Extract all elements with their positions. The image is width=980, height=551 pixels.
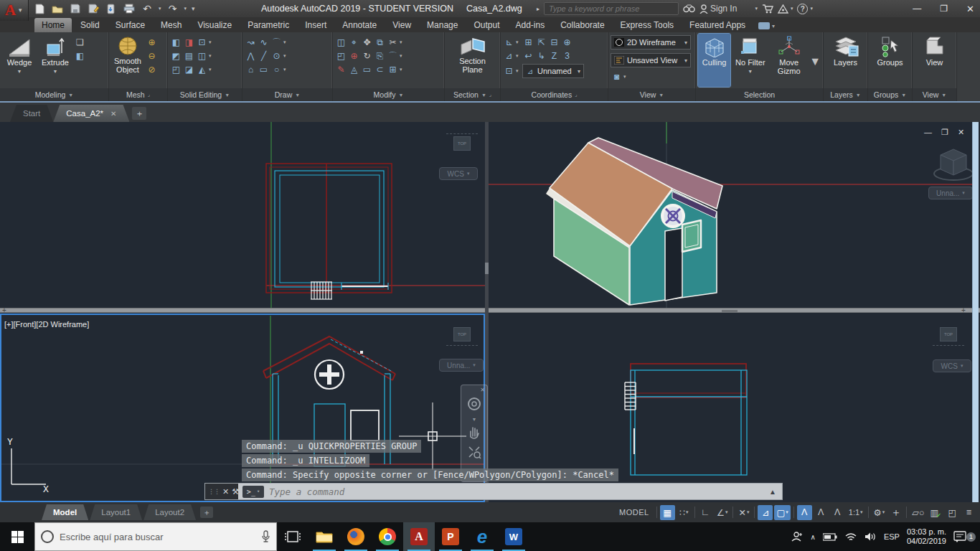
smooth-more-icon[interactable]: ⊕ [146,37,158,48]
offset-icon[interactable]: ⎘ [374,50,386,62]
microphone-icon[interactable] [261,530,270,543]
taskbar-clock[interactable]: 03:03 p. m. 04/02/2019 [907,527,946,546]
wifi-icon[interactable] [844,532,857,542]
culling-button[interactable]: Culling [698,34,730,87]
save-as-button[interactable] [87,3,100,14]
command-input-field[interactable]: >_▾ ▲ [238,484,782,499]
viewcube-3d[interactable] [933,143,974,187]
join-icon[interactable]: ⊂ [374,64,386,75]
doc-minimize-icon[interactable]: — [924,128,932,137]
move-gizmo-caret-icon[interactable]: ▼ [809,55,821,68]
move-gizmo-button[interactable]: Move Gizmo [770,34,808,87]
annotation-visibility-toggle[interactable]: Λ [797,505,812,520]
help-button[interactable]: ?▾ [797,4,813,14]
people-icon[interactable] [791,531,804,542]
task-view-button[interactable] [277,522,308,551]
redo-caret-icon[interactable]: ▾ [184,6,187,11]
viewcube-top-left[interactable]: TOP [453,136,471,151]
arc-icon[interactable]: ⌒ [270,37,283,48]
shell-icon[interactable]: ◪ [183,64,195,75]
smooth-less-icon[interactable]: ⊖ [146,50,158,62]
windows-search-input[interactable] [60,532,255,542]
copy-icon[interactable]: ⧉ [374,37,386,48]
tab-view[interactable]: View [385,18,418,32]
tab-mesh[interactable]: Mesh [154,18,189,32]
rectangle-icon[interactable]: ▭ [258,64,270,75]
tab-featured-apps[interactable]: Featured Apps [682,18,753,32]
tab-surface[interactable]: Surface [108,18,152,32]
new-file-button[interactable] [33,3,46,14]
isodraft-toggle[interactable]: ✕▾ [736,505,751,520]
viewport-top-plan[interactable] [266,122,485,308]
orbit-icon[interactable] [466,396,482,415]
command-expand-icon[interactable]: ▲ [769,488,778,496]
union-icon[interactable]: ◧ [170,37,182,48]
taskbar-chrome[interactable] [372,522,403,551]
drawing-area[interactable]: Y X + + [+][Front][2D Wi [0,122,980,502]
save-to-mobile-button[interactable] [105,3,118,14]
undo-button[interactable]: ↶ [141,3,154,14]
named-view-dropdown[interactable]: Unsaved View▾ [611,53,691,67]
splitter-plus-right[interactable]: + [961,306,966,314]
command-bar-grip[interactable]: ⋮⋮ ✕ ⚒ [205,484,238,499]
ucs-origin-icon[interactable]: ⊿ [503,50,515,62]
no-filter-button[interactable]: No Filter▼ [732,34,768,87]
extrude-button[interactable]: Extrude▼ [38,34,72,87]
ucs-named-icon[interactable]: ⊟ [548,37,560,48]
panel-label-draw[interactable]: Draw▼ [242,88,332,101]
trim-icon[interactable]: ✂ [387,37,399,48]
app-store-cart-icon[interactable] [762,4,773,14]
circle-icon[interactable]: ⊙ [270,50,283,62]
layout-tab-layout2[interactable]: Layout2 [143,504,196,520]
ucs-face-icon[interactable]: ↳ [535,50,547,62]
view-name-dropdown-3d[interactable]: Unna...▾ [928,187,973,199]
language-indicator[interactable]: ESP [884,532,900,541]
workspace-switching-button[interactable]: ⚙▾ [872,505,887,520]
keyword-search-input[interactable] [544,2,679,15]
panel-label-section[interactable]: Section▼⌟ [445,88,500,101]
ucs-name-dropdown[interactable]: ⊿Unnamed▾ [522,64,584,78]
pan-hand-icon[interactable] [467,425,481,442]
smooth-object-button[interactable]: Smooth Object [111,34,144,87]
move-icon[interactable]: ✥ [361,37,373,48]
panel-label-selection[interactable]: Selection [696,88,823,101]
ucs-z-icon[interactable]: Z [548,50,560,62]
panel-label-solid-editing[interactable]: Solid Editing▼ [168,88,242,101]
panel-label-view-tool[interactable]: View▼ [913,88,956,101]
draw-caret3[interactable]: ▾ [283,67,289,72]
annotation-scale-icon[interactable]: Λ [830,505,845,520]
solidedit-caret3[interactable]: ▾ [209,67,215,72]
search-binoculars-icon[interactable] [683,4,695,13]
command-prompt-icon[interactable]: >_▾ [242,486,264,498]
section-plane-button[interactable]: Section Plane [451,34,494,87]
view-tool-button[interactable]: View [915,34,954,87]
modify-caret3[interactable]: ▾ [400,67,405,72]
tab-visualize[interactable]: Visualize [190,18,239,32]
command-input[interactable] [269,486,764,497]
new-layout-button[interactable]: ＋ [200,507,213,518]
ucs-prev-icon[interactable]: ⇱ [535,37,547,48]
qat-customize-caret[interactable]: ▾ [192,5,195,12]
windows-search-box[interactable] [34,522,277,551]
command-close-icon[interactable]: ✕ [222,487,229,496]
file-tab-close-icon[interactable]: ✕ [110,110,116,118]
modify-caret2[interactable]: ▾ [400,53,405,59]
intersect-icon[interactable]: ⊡ [196,37,208,48]
tab-home[interactable]: Home [34,18,72,32]
panel-label-view[interactable]: View▼ [608,88,695,101]
signin-caret-icon[interactable]: ▾ [755,6,758,11]
grid-display-toggle[interactable]: ▦ [660,505,675,520]
sign-in-button[interactable]: Sign In▾ [699,4,758,14]
viewport-controls-label[interactable]: [+][Front][2D Wireframe] [4,320,89,329]
polyline-icon[interactable]: ↝ [245,37,257,48]
layout-tab-layout1[interactable]: Layout1 [90,504,142,520]
restore-button[interactable]: ❐ [940,4,948,14]
start-button[interactable] [0,522,34,551]
taskbar-powerpoint[interactable]: P [435,522,466,551]
ucs-object-icon[interactable]: ⊕ [561,37,573,48]
new-drawing-tab-button[interactable]: ＋ [132,107,146,120]
coord-caret3[interactable]: ▾ [516,68,522,74]
panel-label-modify[interactable]: Modify▼ [333,88,444,101]
ortho-mode-toggle[interactable]: ∟ [698,505,713,520]
align3d-icon[interactable]: ⌖ [348,37,360,48]
